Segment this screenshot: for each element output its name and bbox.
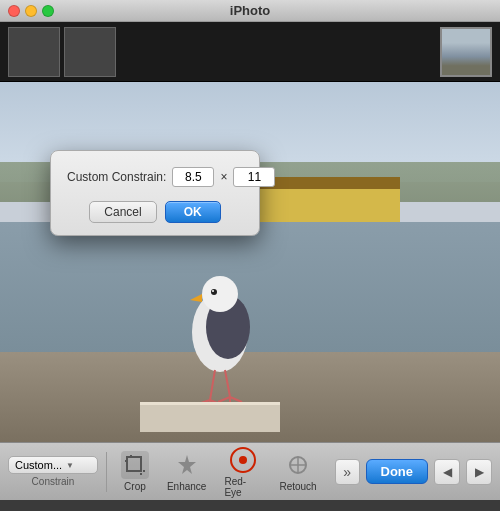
cancel-button[interactable]: Cancel [89, 201, 156, 223]
svg-point-5 [212, 290, 214, 292]
nav-left-icon: ◀ [443, 465, 452, 479]
redeye-tool[interactable]: Red-Eye [218, 442, 267, 502]
photo-background [0, 82, 500, 442]
redeye-icon [229, 446, 257, 474]
dropdown-arrow-icon: ▼ [66, 461, 74, 470]
height-input[interactable] [233, 167, 275, 187]
constrain-section: Custom... ▼ Constrain [8, 456, 98, 487]
svg-point-4 [211, 289, 217, 295]
more-icon: » [343, 464, 351, 480]
filmstrip [0, 22, 500, 82]
toolbar-right: Done ◀ ▶ [366, 459, 493, 485]
bottom-toolbar: Custom... ▼ Constrain Crop Enhance [0, 442, 500, 500]
thumb-image-2 [65, 28, 115, 76]
crop-label: Crop [124, 481, 146, 492]
nav-right-icon: ▶ [475, 465, 484, 479]
enhance-icon [173, 451, 201, 479]
svg-marker-3 [190, 294, 202, 302]
ok-button[interactable]: OK [165, 201, 221, 223]
crop-icon [121, 451, 149, 479]
redeye-label: Red-Eye [224, 476, 261, 498]
width-input[interactable] [172, 167, 214, 187]
nav-next-button[interactable]: ▶ [466, 459, 492, 485]
constrain-label: Custom Constrain: [67, 170, 166, 184]
retouch-label: Retouch [279, 481, 316, 492]
pier-ledge [140, 402, 280, 432]
filmstrip-thumb-1[interactable] [8, 27, 60, 77]
seagull-svg [160, 222, 280, 422]
constrain-dropdown[interactable]: Custom... ▼ [8, 456, 98, 474]
thumb-image-selected [442, 29, 490, 75]
svg-line-6 [210, 370, 215, 400]
close-button[interactable] [8, 5, 20, 17]
retouch-tool[interactable]: Retouch [273, 447, 322, 496]
redeye-circle-icon [230, 447, 256, 473]
traffic-lights [8, 5, 54, 17]
more-tools-button[interactable]: » [335, 459, 360, 485]
custom-constrain-dialog: Custom Constrain: × Cancel OK [50, 150, 260, 236]
window-title: iPhoto [230, 3, 270, 18]
svg-line-7 [225, 370, 230, 397]
title-bar: iPhoto [0, 0, 500, 22]
filmstrip-thumb-selected[interactable] [440, 27, 492, 77]
svg-point-2 [202, 276, 238, 312]
constrain-value: Custom... [15, 459, 62, 471]
svg-marker-19 [178, 455, 196, 474]
minimize-button[interactable] [25, 5, 37, 17]
seagull [160, 222, 280, 402]
nav-prev-button[interactable]: ◀ [434, 459, 460, 485]
crop-tool[interactable]: Crop [115, 447, 155, 496]
enhance-tool[interactable]: Enhance [161, 447, 212, 496]
filmstrip-thumb-2[interactable] [64, 27, 116, 77]
thumb-image-1 [9, 28, 59, 76]
svg-rect-14 [127, 457, 141, 471]
maximize-button[interactable] [42, 5, 54, 17]
dialog-buttons: Cancel OK [67, 201, 243, 223]
retouch-icon [284, 451, 312, 479]
toolbar-divider-1 [106, 452, 107, 492]
separator: × [220, 170, 227, 184]
constrain-label: Constrain [8, 476, 98, 487]
enhance-label: Enhance [167, 481, 206, 492]
main-photo-area: Custom Constrain: × Cancel OK [0, 82, 500, 442]
done-button[interactable]: Done [366, 459, 429, 484]
dialog-inputs-row: Custom Constrain: × [67, 167, 243, 187]
